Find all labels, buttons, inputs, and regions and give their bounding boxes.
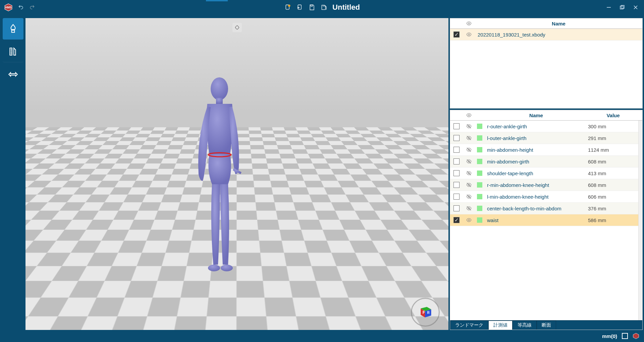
files-header: Name [450,18,642,29]
right-panels: Name ✓20220118_193021_test.xbody Name Va… [450,18,643,330]
body-mesh [186,70,254,278]
color-swatch[interactable] [477,182,482,188]
measure-row[interactable]: shoulder-tape-length413 mm [450,167,638,179]
tool-measure[interactable] [3,41,23,62]
measure-visibility-icon[interactable] [463,170,475,176]
files-panel: Name ✓20220118_193021_test.xbody [450,18,643,109]
measure-value-header[interactable]: Value [588,113,638,118]
statusbar: mm(0) [0,330,644,342]
measure-checkbox[interactable] [453,182,460,188]
view-cube[interactable]: F R [414,300,437,324]
measure-visibility-icon[interactable] [463,123,475,129]
main-area: F R Name ✓20220118_193021_test.xbody [0,15,644,330]
color-swatch[interactable] [477,147,482,152]
left-toolbar [0,15,24,330]
file-visibility-icon[interactable] [463,31,475,38]
color-swatch[interactable] [477,124,482,129]
unit-display[interactable]: mm(0) [602,333,617,339]
measure-name-header[interactable]: Name [484,113,588,118]
undo-button[interactable] [17,4,24,11]
tool-width[interactable] [3,64,23,85]
measure-body: r-outer-ankle-girth300 mml-outer-ankle-g… [450,121,638,320]
measure-value: 608 mm [588,182,638,188]
window-minimize[interactable] [606,4,612,10]
save-icon[interactable] [308,4,316,11]
measure-row[interactable]: center-back-length-to-min-abdom376 mm [450,203,638,214]
file-name: 20220118_193021_test.xbody [475,32,642,38]
measure-checkbox[interactable] [453,135,460,141]
app-logo: HMS [4,3,13,12]
measure-row[interactable]: r-outer-ankle-girth300 mm [450,121,638,132]
measure-visibility-icon[interactable] [463,205,475,211]
color-swatch[interactable] [477,159,482,164]
tab-等高線[interactable]: 等高線 [513,321,537,330]
files-body: ✓20220118_193021_test.xbody [450,29,642,41]
measure-row[interactable]: l-min-abdomen-knee-height606 mm [450,191,638,203]
color-swatch[interactable] [477,135,482,141]
color-swatch[interactable] [477,194,482,199]
measure-row[interactable]: min-abdomen-girth608 mm [450,156,638,167]
measure-checkbox[interactable] [453,194,460,200]
measure-value: 300 mm [588,124,638,129]
measure-visibility-icon[interactable] [463,217,475,223]
viewport-camera-button[interactable] [232,23,242,32]
file-row[interactable]: ✓20220118_193021_test.xbody [450,29,642,41]
svg-point-46 [468,219,470,221]
scrollbar[interactable] [638,121,642,320]
measure-row[interactable]: min-abdomen-height1124 mm [450,144,638,156]
save-as-icon[interactable] [320,4,328,11]
measure-value: 291 mm [588,135,638,141]
measure-checkbox[interactable] [453,205,460,211]
new-file-icon[interactable] [284,4,291,11]
measure-row[interactable]: r-min-abdomen-knee-height608 mm [450,179,638,191]
window-close[interactable] [633,4,639,10]
tool-model[interactable] [3,18,23,40]
svg-point-18 [211,77,228,100]
tab-断面[interactable]: 断面 [537,321,556,330]
file-checkbox[interactable]: ✓ [453,31,460,38]
files-name-header[interactable]: Name [475,21,642,26]
measure-checkbox[interactable] [453,170,460,176]
window-maximize[interactable] [619,4,625,10]
measure-name: r-outer-ankle-girth [484,124,588,129]
measure-checkbox[interactable] [453,158,460,164]
measure-header: Name Value [450,110,642,121]
tab-計測値[interactable]: 計測値 [488,321,513,330]
svg-rect-12 [10,48,12,55]
svg-rect-19 [216,98,223,104]
svg-text:R: R [427,311,430,315]
svg-point-28 [468,34,470,36]
titlebar: HMS Untitled [0,0,644,15]
measure-visibility-icon[interactable] [463,147,475,153]
svg-point-17 [235,26,239,29]
measure-value: 376 mm [588,206,638,211]
open-file-icon[interactable] [296,4,304,11]
measure-visibility-icon[interactable] [463,194,475,200]
measure-checkbox[interactable] [453,123,460,129]
measure-visibility-icon[interactable] [463,158,475,164]
tab-ランドマーク[interactable]: ランドマーク [450,321,488,330]
svg-marker-47 [633,333,639,339]
redo-button[interactable] [29,4,36,11]
measure-row[interactable]: ✓waist586 mm [450,214,638,226]
measure-checkbox[interactable]: ✓ [453,217,460,223]
svg-point-29 [468,115,470,116]
measure-value: 586 mm [588,217,638,223]
measure-value: 413 mm [588,170,638,176]
color-swatch[interactable] [477,206,482,211]
3d-viewport[interactable]: F R [25,18,448,330]
svg-point-21 [221,265,233,271]
measure-checkbox[interactable] [453,147,460,153]
status-color-box[interactable] [622,333,628,339]
svg-text:HMS: HMS [5,6,11,9]
measure-value: 1124 mm [588,147,638,153]
measure-name: min-abdomen-girth [484,159,588,164]
measure-visibility-icon[interactable] [463,135,475,141]
color-swatch[interactable] [477,170,482,176]
measure-row[interactable]: l-outer-ankle-girth291 mm [450,132,638,144]
measure-name: min-abdomen-height [484,147,588,153]
color-swatch[interactable] [477,217,482,223]
measure-visibility-icon[interactable] [463,182,475,188]
measure-name: waist [484,217,588,223]
svg-point-27 [468,23,470,24]
